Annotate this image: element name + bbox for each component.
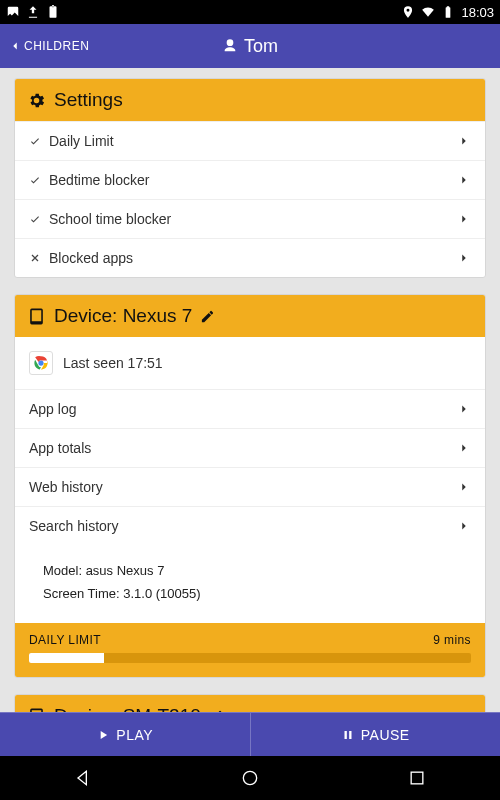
settings-item-label: Bedtime blocker (49, 172, 149, 188)
play-icon (96, 728, 110, 742)
content-scroll[interactable]: Settings Daily Limit Bedtime blocker Sch… (0, 68, 500, 744)
location-icon (401, 5, 415, 19)
chevron-right-icon (457, 134, 471, 148)
settings-item-daily-limit[interactable]: Daily Limit (15, 121, 485, 160)
nav-back-icon[interactable] (73, 768, 93, 788)
device-card-nexus7: Device: Nexus 7 Last seen 17:51 App log … (14, 294, 486, 678)
tablet-icon (27, 307, 46, 326)
wifi-icon (421, 5, 435, 19)
settings-item-schooltime[interactable]: School time blocker (15, 199, 485, 238)
edit-icon[interactable] (200, 309, 215, 324)
chevron-right-icon (457, 173, 471, 187)
device-item-label: Search history (29, 518, 118, 534)
limit-label: DAILY LIMIT (29, 633, 101, 647)
check-icon (29, 213, 41, 225)
back-label: CHILDREN (24, 39, 89, 53)
status-bar: 18:03 (0, 0, 500, 24)
svg-rect-2 (411, 772, 423, 784)
upload-icon (26, 5, 40, 19)
chevron-right-icon (457, 402, 471, 416)
page-title: Tom (222, 36, 278, 57)
last-seen-text: Last seen 17:51 (63, 355, 163, 371)
chevron-right-icon (457, 519, 471, 533)
pause-button[interactable]: PAUSE (250, 713, 501, 756)
nav-home-icon[interactable] (240, 768, 260, 788)
limit-bar (29, 653, 471, 663)
chevron-right-icon (457, 441, 471, 455)
device-item-app-totals[interactable]: App totals (15, 428, 485, 467)
device-item-app-log[interactable]: App log (15, 389, 485, 428)
chevron-right-icon (457, 212, 471, 226)
chevron-right-icon (457, 251, 471, 265)
daily-limit-section: DAILY LIMIT 9 mins (15, 623, 485, 677)
clipboard-icon (46, 5, 60, 19)
device-model: Model: asus Nexus 7 (29, 559, 471, 582)
device-item-label: App log (29, 401, 76, 417)
device-item-search-history[interactable]: Search history (15, 506, 485, 545)
user-icon (222, 38, 238, 54)
device-item-web-history[interactable]: Web history (15, 467, 485, 506)
chrome-icon (29, 351, 53, 375)
android-nav-bar (0, 756, 500, 800)
device-info: Model: asus Nexus 7 Screen Time: 3.1.0 (… (15, 545, 485, 623)
device-item-label: Web history (29, 479, 103, 495)
settings-card: Settings Daily Limit Bedtime blocker Sch… (14, 78, 486, 278)
device-item-label: App totals (29, 440, 91, 456)
check-icon (29, 135, 41, 147)
back-button[interactable]: CHILDREN (8, 39, 89, 53)
chevron-right-icon (457, 480, 471, 494)
play-button[interactable]: PLAY (0, 713, 250, 756)
settings-item-blocked-apps[interactable]: Blocked apps (15, 238, 485, 277)
cross-icon (29, 252, 41, 264)
device-status: Last seen 17:51 (15, 337, 485, 389)
check-icon (29, 174, 41, 186)
bottom-action-bar: PLAY PAUSE (0, 712, 500, 756)
battery-icon (441, 5, 455, 19)
settings-header: Settings (15, 79, 485, 121)
image-icon (6, 5, 20, 19)
limit-value: 9 mins (433, 633, 471, 647)
settings-item-bedtime[interactable]: Bedtime blocker (15, 160, 485, 199)
svg-point-1 (243, 771, 256, 784)
app-bar: CHILDREN Tom (0, 24, 500, 68)
settings-item-label: School time blocker (49, 211, 171, 227)
gear-icon (27, 91, 46, 110)
device-version: Screen Time: 3.1.0 (10055) (29, 582, 471, 605)
status-time: 18:03 (461, 5, 494, 20)
limit-fill (29, 653, 104, 663)
settings-item-label: Daily Limit (49, 133, 114, 149)
nav-recent-icon[interactable] (407, 768, 427, 788)
pause-icon (341, 728, 355, 742)
chevron-left-icon (8, 39, 22, 53)
device-header: Device: Nexus 7 (15, 295, 485, 337)
settings-item-label: Blocked apps (49, 250, 133, 266)
